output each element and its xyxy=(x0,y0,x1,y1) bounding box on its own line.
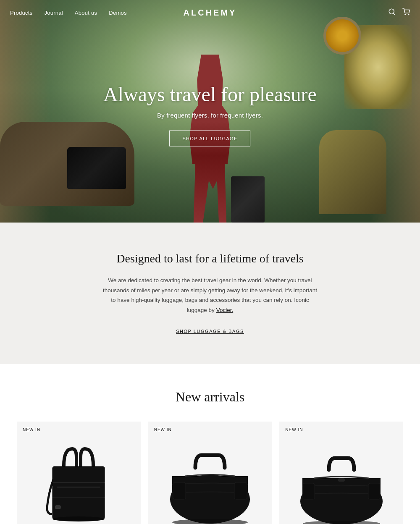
hero-chair xyxy=(319,130,386,214)
arrivals-section: New arrivals NEW IN xyxy=(0,364,420,524)
nav-about[interactable]: About us xyxy=(75,10,97,16)
svg-rect-19 xyxy=(338,478,345,482)
hero-content: Always travel for pleasure By frequent f… xyxy=(103,83,317,147)
product-card[interactable]: NEW IN xyxy=(148,422,272,524)
svg-line-1 xyxy=(393,13,394,14)
hero-luggage xyxy=(231,176,265,223)
svg-rect-13 xyxy=(234,482,247,499)
svg-point-9 xyxy=(52,516,105,521)
product-image xyxy=(148,422,272,524)
hero-section: Always travel for pleasure By frequent f… xyxy=(0,0,420,223)
site-logo[interactable]: ALCHEMY xyxy=(184,8,237,18)
svg-point-2 xyxy=(405,14,406,15)
product-image xyxy=(17,422,141,524)
nav-journal[interactable]: Journal xyxy=(44,10,63,16)
arrivals-title: New arrivals xyxy=(17,389,403,405)
product-card[interactable]: NEW IN xyxy=(17,422,141,524)
info-section: Designed to last for a lifetime of trave… xyxy=(0,223,420,364)
duffle-medium-svg xyxy=(291,436,392,524)
site-header: Products Journal About us Demos ALCHEMY xyxy=(0,0,420,25)
svg-rect-4 xyxy=(52,466,105,519)
svg-rect-7 xyxy=(57,487,100,487)
nav-demos[interactable]: Demos xyxy=(109,10,126,16)
svg-rect-17 xyxy=(303,483,315,499)
nav-products[interactable]: Products xyxy=(10,10,32,16)
info-title: Designed to last for a lifetime of trave… xyxy=(17,252,403,265)
products-grid: NEW IN xyxy=(17,422,403,524)
cart-icon[interactable] xyxy=(402,8,410,18)
product-card[interactable]: NEW IN xyxy=(279,422,403,524)
product-badge: NEW IN xyxy=(23,427,40,432)
svg-point-3 xyxy=(408,14,409,15)
svg-point-20 xyxy=(303,521,380,524)
svg-rect-12 xyxy=(173,482,186,499)
product-badge: NEW IN xyxy=(154,427,172,432)
nav-left: Products Journal About us Demos xyxy=(10,10,127,16)
info-body: We are dedicated to creating the best tr… xyxy=(101,275,319,315)
svg-point-14 xyxy=(172,519,248,524)
product-badge: NEW IN xyxy=(285,427,303,432)
hero-title: Always travel for pleasure xyxy=(103,83,317,106)
info-body-text: We are dedicated to creating the best tr… xyxy=(103,277,317,313)
brand-link[interactable]: Vocier. xyxy=(216,307,234,313)
info-cta-link[interactable]: SHOP LUGGAGE & BAGS xyxy=(176,329,244,334)
nav-right xyxy=(388,8,410,18)
search-icon[interactable] xyxy=(388,8,396,18)
tote-bag-svg xyxy=(32,436,125,524)
product-image xyxy=(279,422,403,524)
duffle-large-svg xyxy=(160,436,260,524)
svg-rect-8 xyxy=(55,506,60,509)
hero-bag xyxy=(67,147,126,189)
hero-subtitle: By frequent flyers, for frequent flyers. xyxy=(103,112,317,119)
svg-rect-18 xyxy=(368,483,380,499)
hero-cta-button[interactable]: SHOP ALL LUGGAGE xyxy=(169,131,250,147)
